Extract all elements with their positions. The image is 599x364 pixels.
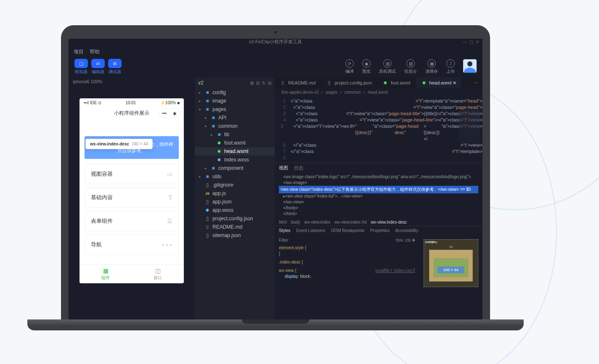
laptop-frame: v2-FinClip小程序开发工具 —▢✕ 项目 帮助 ▢模拟器 ‹/›编辑器 … [27, 25, 524, 338]
styles-tab[interactable]: Styles [279, 228, 290, 233]
css-rule[interactable]: element.style {} [279, 245, 415, 257]
tree-item[interactable]: ⬢foot.wxml [195, 139, 275, 147]
devtab-view[interactable]: 视图 [279, 165, 288, 171]
list-item[interactable]: 导航∘∘∘ [85, 235, 179, 255]
list-item[interactable]: 视图容器▭ [85, 164, 179, 184]
file-explorer: v2 ⊞⊡↻⊟ ▸■config▸■image▾■pages▸■API▾■com… [195, 77, 275, 319]
realdev-icon[interactable]: ▤ [383, 59, 392, 68]
explorer-actions[interactable]: ⊞⊡↻⊟ [250, 81, 271, 85]
signal-label: ••ıl IDE ⊙ [84, 100, 101, 105]
menu-project[interactable]: 项目 [74, 48, 84, 55]
list-item[interactable]: 基础内容𝕋 [85, 187, 179, 208]
tree-item[interactable]: ⬢head.wxml [195, 147, 275, 156]
tree-item[interactable]: ▸■config [195, 88, 275, 97]
tree-item[interactable]: ⬢app.wxss [195, 206, 275, 214]
dom-node[interactable]: ▸<wx-view class="index-bd">…</wx-view> [279, 193, 478, 199]
tree-item[interactable]: ▸■lib [195, 130, 275, 139]
code-line[interactable]: 7</"a">class="t">template> [275, 148, 482, 155]
dom-node[interactable]: </html> [279, 211, 478, 217]
dom-crumb[interactable]: wx-view.index-desc [371, 220, 407, 224]
list-item[interactable]: 表单组件☰ [85, 211, 179, 231]
tree-item[interactable]: ⬢index.wxss [195, 156, 275, 164]
upload-icon[interactable]: ⤴ [446, 59, 455, 68]
background-icon[interactable]: ▥ [406, 59, 415, 68]
dom-crumb[interactable]: html [279, 220, 287, 224]
inspector-tooltip: wx-view.index-desc240 × 44 [85, 139, 153, 149]
tree-item[interactable]: {}project.config.json [195, 214, 275, 223]
devtools-panel: 视图 日志 <wx-image class="index-logo" src="… [275, 163, 482, 319]
dom-node[interactable]: </wx-view> [279, 199, 478, 205]
tree-item[interactable]: ▸■image [195, 97, 275, 105]
dom-node[interactable]: <wx-view class="index-desc">以下将展示小程序官方组件… [279, 186, 478, 193]
tab-component[interactable]: ▦组件 [80, 264, 132, 283]
styles-tab[interactable]: DOM Breakpoints [331, 228, 364, 233]
code-line[interactable]: 6 </"a">class="t">view> [275, 142, 482, 148]
tree-item[interactable]: ▸■utils [195, 172, 275, 181]
editor-panel: {}README.md{}project.config.json⬢foot.wx… [275, 77, 482, 319]
breadcrumb[interactable]: pages [326, 90, 337, 95]
breadcrumb[interactable]: fino-applet-demo-v2 [281, 90, 319, 95]
tree-item[interactable]: {}sitemap.json [195, 231, 275, 240]
styles-tab[interactable]: Properties [370, 228, 390, 233]
editor-toggle[interactable]: ‹/› [91, 59, 105, 68]
main-toolbar: ▢模拟器 ‹/›编辑器 ılı调试器 ⟳编译 ◉预览 ▤真机调试 ▥切后台 ▦清… [69, 56, 482, 77]
styles-tab[interactable]: Accessibility [395, 228, 418, 233]
tree-item[interactable]: ▾■pages [195, 105, 275, 113]
debugger-toggle[interactable]: ılı [108, 59, 122, 68]
capsule-button[interactable]: •••◉ [159, 108, 180, 118]
ide-screen: v2-FinClip小程序开发工具 —▢✕ 项目 帮助 ▢模拟器 ‹/›编辑器 … [69, 39, 482, 319]
tree-item[interactable]: JSapp.js [195, 189, 275, 198]
dom-node[interactable]: <wx-image class="index-logo" src="../res… [279, 174, 478, 186]
code-line[interactable]: 4 <"a">class="t">view "a">class="page-he… [275, 117, 482, 123]
filter-input[interactable]: Filter [279, 237, 288, 243]
breadcrumb[interactable]: head.wxml [368, 90, 388, 95]
minimap[interactable] [459, 110, 480, 144]
dom-crumb[interactable]: wx-view.index-hd [334, 220, 366, 224]
user-avatar[interactable] [463, 59, 477, 73]
code-line[interactable]: 3 <"a">class="t">view "a">class="page-he… [275, 111, 482, 117]
devtab-log[interactable]: 日志 [294, 165, 303, 171]
menu-help[interactable]: 帮助 [90, 48, 100, 55]
editor-tab[interactable]: {}project.config.json [321, 77, 377, 88]
battery-label: ⚡100% ■ [160, 100, 180, 105]
tree-item[interactable]: ▸■component [195, 164, 275, 172]
breadcrumb[interactable]: common [345, 90, 360, 95]
code-line[interactable]: 5 <"a">class="t">view "a">wx:if="{{desc}… [275, 123, 482, 142]
more-icon[interactable]: ⋯ [469, 80, 482, 86]
dom-node[interactable]: </body> [279, 205, 478, 211]
dom-crumb[interactable]: body [291, 220, 300, 224]
styles-tab[interactable]: Event Listeners [296, 228, 325, 233]
editor-tab[interactable]: ⬢foot.wxml [377, 77, 416, 88]
tree-item[interactable]: ▸■API [195, 113, 275, 122]
window-controls[interactable]: —▢✕ [463, 40, 479, 44]
code-line[interactable]: 2 <"a">class="t">view "a">class="page-he… [275, 104, 482, 111]
window-title: v2-FinClip小程序开发工具 [249, 39, 302, 44]
tree-item[interactable]: {}.gitignore [195, 181, 275, 189]
css-rule[interactable]: wx-view {localfile:/_index.css:2display:… [279, 268, 415, 280]
tab-api[interactable]: ◫接口 [132, 264, 184, 283]
css-rule[interactable]: .index-desc {</span></div><div class="cs… [279, 259, 415, 265]
box-model: margin10 border- padding- 240 × 44 [419, 235, 482, 319]
clear-icon[interactable]: ▦ [427, 59, 436, 68]
window-titlebar: v2-FinClip小程序开发工具 —▢✕ [69, 39, 482, 47]
tree-item[interactable]: {}README.md [195, 223, 275, 231]
compile-icon[interactable]: ⟳ [345, 59, 354, 68]
device-info[interactable]: iphone6 100% [69, 77, 195, 86]
tree-item[interactable]: {}app.json [195, 198, 275, 206]
tree-item[interactable]: ▾■common [195, 122, 275, 130]
phone-mockup: ••ıl IDE ⊙ 10:01 ⚡100% ■ 小程序组件展示 •••◉ wx… [80, 98, 184, 283]
editor-tab[interactable]: ⬢head.wxml ✕ [416, 77, 462, 88]
preview-icon[interactable]: ◉ [362, 59, 371, 68]
project-root[interactable]: v2 [198, 80, 204, 86]
filter-extras[interactable]: :hov .cls ✚ [395, 237, 415, 243]
editor-tab[interactable]: {}README.md [275, 77, 321, 88]
dom-crumb[interactable]: wx-view.index [305, 220, 331, 224]
code-line[interactable]: 8 [275, 155, 482, 161]
nav-title: 小程序组件展示 [114, 110, 149, 117]
code-line[interactable]: 1<"a">class="t">template "a">name="head"… [275, 98, 482, 104]
camera-dot [274, 31, 277, 34]
simulator-toggle[interactable]: ▢ [74, 59, 88, 68]
time-label: 10:01 [125, 100, 136, 105]
simulator-panel: iphone6 100% ••ıl IDE ⊙ 10:01 ⚡100% ■ 小程… [69, 77, 195, 319]
